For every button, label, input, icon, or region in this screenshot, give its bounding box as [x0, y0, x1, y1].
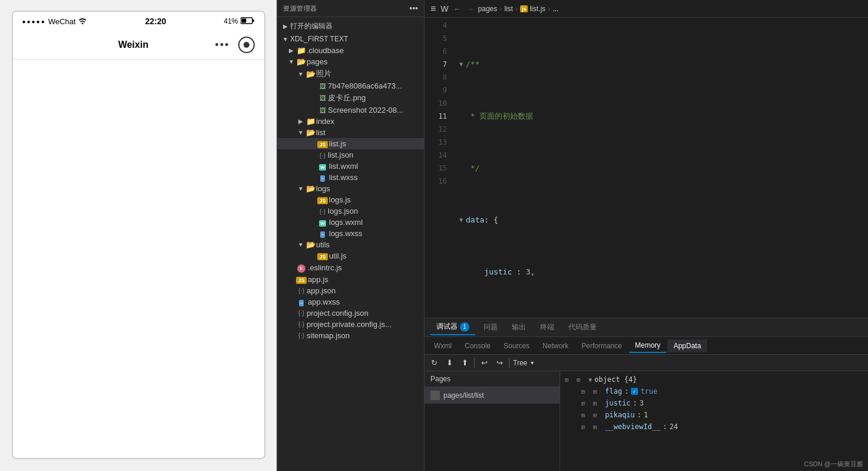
tab-performance[interactable]: Performance [576, 339, 628, 352]
justic-key: justic [605, 399, 630, 407]
phone-more-icon[interactable]: ••• [215, 39, 230, 51]
phone-time: 22:20 [145, 17, 166, 26]
refresh-btn[interactable]: ↻ [428, 357, 440, 369]
tab-issues[interactable]: 问题 [478, 320, 504, 335]
line-num-14: 14 [425, 149, 447, 162]
toolbar-sep1 [474, 358, 475, 368]
cloudbase-label: .cloudbase [307, 46, 424, 55]
tab-memory[interactable]: Memory [629, 339, 666, 353]
tab-network[interactable]: Network [537, 339, 574, 352]
toolbar-sep2 [509, 358, 509, 368]
sitemap-icon: {·} [296, 332, 307, 339]
logswxss-icon: ~ [317, 229, 328, 238]
data-object-header: ⊞ ⊞ ▼ object {4} [560, 374, 868, 385]
redo-btn[interactable]: ↪ [494, 357, 505, 369]
root-section[interactable]: ▼ XDL_FIRST TEXT [277, 33, 424, 45]
code-3: 3 [526, 266, 531, 279]
tree-item-pages[interactable]: ▼ 📂 pages [277, 56, 424, 67]
tree-item-listjson[interactable]: {·} list.json [277, 149, 424, 161]
tab-terminal[interactable]: 终端 [534, 320, 560, 335]
tree-item-utiljs[interactable]: JS util.js [277, 250, 424, 261]
tree-item-logswxml[interactable]: W logs.wxml [277, 217, 424, 228]
tree-item-img3[interactable]: 🖼 Screenshot 2022-08... [277, 104, 424, 116]
tab-sources[interactable]: Sources [498, 339, 535, 352]
appjson-icon: {·} [296, 287, 307, 294]
svg-rect-2 [252, 19, 254, 22]
projectprivate-label: project.private.config.js... [307, 320, 424, 329]
tab-output-label: 输出 [512, 322, 526, 332]
code-space-8: : [512, 266, 525, 279]
flag-grid1: ⊞ [581, 388, 591, 395]
tree-item-cloudbase[interactable]: ▶ 📁 .cloudbase [277, 45, 424, 56]
open-editors-section[interactable]: ▶ 打开的编辑器 [277, 19, 424, 33]
object-expand-icon[interactable]: ▼ [588, 377, 592, 383]
line-num-4: 4 [425, 19, 447, 32]
wifi-icon [78, 17, 87, 26]
editor-toolbar-icons[interactable]: ≡ W ← → [430, 4, 475, 14]
tree-item-appwxss[interactable]: ~ app.wxss [277, 296, 424, 308]
forward-icon[interactable]: → [466, 4, 475, 14]
webviewid-grid1: ⊞ [581, 424, 591, 430]
back-icon[interactable]: ← [453, 4, 462, 14]
tree-item-utils[interactable]: ▼ 📂 utils [277, 239, 424, 250]
line-num-12: 12 [425, 123, 447, 136]
tree-item-logsjs[interactable]: JS logs.js [277, 194, 424, 205]
tab-debugger-badge: 1 [460, 322, 469, 332]
tree-item-projectprivate[interactable]: {·} project.private.config.js... [277, 319, 424, 330]
explorer-more-icon[interactable]: ••• [409, 4, 418, 13]
fold-5 [456, 110, 466, 123]
tree-item-img1[interactable]: 🖼 7b47e8086ac6a473... [277, 80, 424, 91]
fold-7[interactable]: ▼ [456, 214, 466, 227]
collapse-up-btn[interactable]: ⬆ [459, 357, 471, 369]
tree-item-projectconfig[interactable]: {·} project.config.json [277, 308, 424, 319]
tree-item-appjson[interactable]: {·} app.json [277, 285, 424, 296]
tree-item-logs[interactable]: ▼ 📂 logs [277, 183, 424, 194]
tab-output[interactable]: 输出 [506, 320, 532, 335]
phone-record-icon[interactable] [238, 37, 255, 53]
tree-item-logsjson[interactable]: {·} logs.json [277, 205, 424, 217]
tree-item-eslint[interactable]: E .eslintrc.js [277, 261, 424, 274]
tab-console-label: Console [465, 342, 491, 350]
tree-item-img2[interactable]: 🖼 皮卡丘.png [277, 91, 424, 104]
tab-console[interactable]: Console [459, 339, 497, 352]
fold-4[interactable]: ▼ [456, 58, 466, 71]
utiljs-label: util.js [329, 251, 424, 260]
eslint-label: .eslintrc.js [308, 263, 424, 272]
tree-item-sitemap[interactable]: {·} sitemap.json [277, 330, 424, 341]
tree-item-appjs[interactable]: JS app.js [277, 274, 424, 285]
code-editor[interactable]: 4 5 6 7 8 9 10 11 12 13 14 15 16 ▼ /** *… [425, 18, 868, 318]
devtools-pages-header: Pages [425, 371, 560, 387]
tab-debugger[interactable]: 调试器 1 [430, 319, 475, 335]
expand-down-btn[interactable]: ⬇ [443, 357, 455, 369]
tree-item-listjs[interactable]: JS list.js [277, 138, 424, 149]
projectconfig-icon: {·} [296, 309, 307, 316]
tree-item-logswxss[interactable]: ~ logs.wxss [277, 228, 424, 239]
projectprivate-icon: {·} [296, 320, 307, 328]
hamburger-icon[interactable]: ≡ [430, 4, 436, 14]
data-row-webviewid: ⊞ ⊞ __webviewId__ : 24 [560, 421, 868, 433]
breadcrumb: pages › list › js list.js › ... [478, 5, 559, 13]
undo-btn[interactable]: ↩ [478, 357, 490, 369]
tree-item-listwxss[interactable]: ~ list.wxss [277, 172, 424, 183]
page-icon [430, 391, 440, 400]
devtools-data-panel: ⊞ ⊞ ▼ object {4} ⊞ ⊞ flag : ✓ true ⊞ [560, 371, 868, 471]
tree-item-index[interactable]: ▶ 📁 index [277, 116, 424, 127]
tab-appdata[interactable]: AppData [668, 339, 707, 352]
flag-checkbox[interactable]: ✓ [631, 388, 638, 395]
devtools-toolbar: ↻ ⬇ ⬆ ↩ ↪ Tree ▾ [425, 355, 868, 371]
tab-wxml[interactable]: Wxml [428, 339, 458, 352]
phone-nav-icons[interactable]: ••• [215, 37, 255, 53]
code-content[interactable]: ▼ /** * 页面的初始数据 */ ▼ data: { [454, 18, 868, 318]
cloudbase-folder-icon: 📁 [296, 46, 307, 55]
code-justic: justic [484, 266, 512, 279]
line-num-7: 7 [425, 58, 447, 71]
tab-code-quality[interactable]: 代码质量 [563, 320, 603, 335]
tree-item-listwxml[interactable]: W list.wxml [277, 161, 424, 172]
dropdown-icon[interactable]: ▾ [531, 359, 534, 366]
bookmark-icon[interactable]: W [440, 4, 448, 14]
tree-item-list[interactable]: ▼ 📂 list [277, 127, 424, 138]
redo-icon: ↪ [497, 358, 503, 367]
tree-item-photos[interactable]: ▼ 📂 照片 [277, 67, 424, 80]
page-item-list[interactable]: pages/list/list [425, 387, 560, 404]
open-editors-label: 打开的编辑器 [290, 21, 333, 31]
